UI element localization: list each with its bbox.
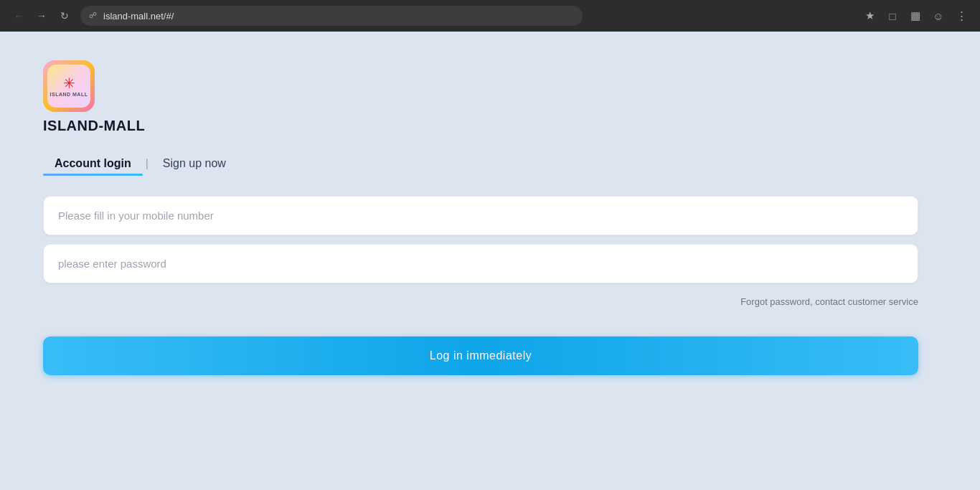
logo-box: ✳ ISLAND MALL <box>43 60 95 112</box>
logo-text: ISLAND MALL <box>50 92 88 97</box>
forgot-password-link[interactable]: Forgot password, contact customer servic… <box>740 296 918 307</box>
password-input[interactable] <box>43 244 918 283</box>
page-content: ✳ ISLAND MALL ISLAND-MALL Account login … <box>0 32 980 490</box>
extensions-icon[interactable]: □ <box>882 6 903 26</box>
login-button[interactable]: Log in immediately <box>43 336 918 375</box>
menu-icon[interactable]: ⋮ <box>951 6 971 26</box>
tab-account-login[interactable]: Account login <box>43 151 143 176</box>
toolbar-actions: ★ □ ▦ ☺ ⋮ <box>859 6 971 26</box>
profile-icon[interactable]: ☺ <box>928 6 948 26</box>
back-button[interactable]: ← <box>9 6 29 26</box>
logo-inner: ✳ ISLAND MALL <box>47 65 90 108</box>
browser-chrome: ← → ↻ ☍ island-mall.net/#/ ★ □ ▦ ☺ ⋮ <box>0 0 980 32</box>
url-text: island-mall.net/#/ <box>103 11 174 22</box>
mobile-number-input[interactable] <box>43 196 918 235</box>
bookmark-icon[interactable]: ★ <box>859 6 880 26</box>
nav-buttons: ← → ↻ <box>9 6 75 26</box>
sidebar-icon[interactable]: ▦ <box>905 6 925 26</box>
forward-button[interactable]: → <box>32 6 52 26</box>
tab-sign-up[interactable]: Sign up now <box>151 151 237 176</box>
tab-divider: | <box>146 157 149 170</box>
login-form: Forgot password, contact customer servic… <box>43 196 918 375</box>
address-bar[interactable]: ☍ island-mall.net/#/ <box>80 6 583 26</box>
logo-container: ✳ ISLAND MALL ISLAND-MALL <box>43 60 937 134</box>
refresh-button[interactable]: ↻ <box>55 6 75 26</box>
logo-star-icon: ✳ <box>63 76 75 90</box>
site-security-icon: ☍ <box>89 11 99 21</box>
brand-name: ISLAND-MALL <box>43 118 937 134</box>
tabs: Account login | Sign up now <box>43 151 937 176</box>
forgot-password-container: Forgot password, contact customer servic… <box>43 295 918 308</box>
